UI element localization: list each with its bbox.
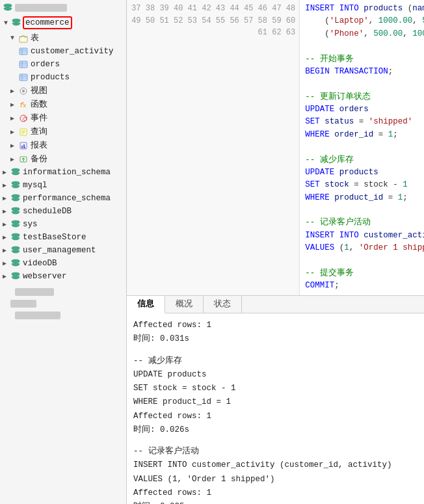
- expand-arrow-queries: ▶: [10, 128, 17, 136]
- blurred-bottom-2: [0, 298, 126, 309]
- database-icon-user-mgmt: [10, 245, 21, 256]
- user-management-label: user_management: [23, 246, 96, 255]
- expand-arrow-info-schema: ▶: [3, 168, 9, 176]
- sidebar-item-webserver[interactable]: ▶ webserver: [0, 270, 126, 283]
- expand-arrow-ecommerce: ▼: [4, 20, 10, 27]
- sidebar-item-queries[interactable]: ▶ 查询: [0, 125, 126, 139]
- products-label: products: [31, 73, 70, 82]
- backup-icon: [18, 154, 29, 165]
- expand-arrow-perf-schema: ▶: [3, 194, 9, 202]
- orders-label: orders: [31, 60, 60, 69]
- database-icon-info-schema: [10, 167, 21, 178]
- result-section-orders: Affected rows: 1 时间: 0.031s: [133, 319, 417, 347]
- expand-arrow-mysql: ▶: [3, 181, 9, 189]
- queries-label: 查询: [31, 126, 47, 137]
- svg-rect-28: [24, 147, 25, 148]
- expand-arrow-views: ▶: [10, 87, 17, 95]
- views-label: 视图: [31, 85, 47, 96]
- expand-arrow-backup: ▶: [10, 155, 17, 163]
- result-panel: 信息 概况 状态 Affected rows: 1 时间: 0.031s -- …: [127, 296, 424, 504]
- expand-arrow-functions: ▶: [10, 101, 17, 109]
- database-icon-webserver: [10, 271, 21, 282]
- code-editor[interactable]: 37 38 39 40 41 42 43 44 45 46 47 48 49 5…: [127, 0, 424, 296]
- expand-arrow-reports: ▶: [10, 142, 17, 150]
- svg-text:x: x: [23, 103, 26, 109]
- time-activity: 时间: 0.025s: [133, 500, 417, 504]
- sql-set-stock: SET stock = stock - 1: [133, 382, 417, 395]
- sidebar-item-mysql[interactable]: ▶ mysql: [0, 179, 126, 192]
- table-icon-products: [18, 72, 29, 83]
- expand-arrow-videodb: ▶: [3, 259, 9, 267]
- information-schema-label: information_schema: [23, 168, 111, 177]
- expand-arrow-events: ▶: [10, 114, 17, 122]
- blurred-label-bottom-1: [15, 288, 54, 296]
- sql-values-activity: VALUES (1, 'Order 1 shipped'): [133, 473, 417, 486]
- database-icon-mysql: [10, 180, 21, 191]
- reports-label: 报表: [31, 140, 47, 151]
- events-icon: ⏱: [18, 113, 29, 124]
- customer-activity-label: customer_activity: [31, 47, 114, 56]
- expand-arrow-sys: ▶: [3, 220, 9, 228]
- functions-label: 函数: [31, 99, 47, 110]
- folder-icon-tables: [18, 33, 29, 44]
- database-icon-ecommerce: [12, 18, 21, 27]
- svg-rect-3: [20, 48, 27, 55]
- tab-info[interactable]: 信息: [127, 296, 165, 313]
- comment-products: -- 减少库存: [133, 354, 417, 368]
- views-icon: [18, 86, 29, 96]
- database-icon-videodb: [10, 258, 21, 269]
- sidebar-item-scheduledb[interactable]: ▶ scheduleDB: [0, 205, 126, 218]
- sidebar-item-customer-activity[interactable]: customer_activity: [0, 45, 126, 58]
- svg-point-16: [22, 90, 25, 92]
- blurred-bottom-3: [0, 309, 126, 322]
- sidebar-item-backup[interactable]: ▶ 备份: [0, 152, 126, 166]
- database-icon-perf-schema: [10, 193, 21, 204]
- videodb-label: videoDB: [23, 259, 57, 268]
- scheduledb-label: scheduleDB: [23, 207, 72, 216]
- expand-arrow-user-mgmt: ▶: [3, 246, 9, 254]
- sidebar-item-videodb[interactable]: ▶ videoDB: [0, 257, 126, 270]
- blurred-icon-bottom-3: [3, 310, 13, 321]
- ecommerce-label: ecommerce: [23, 16, 72, 29]
- blurred-label-1: [15, 4, 67, 12]
- sidebar-item-ecommerce[interactable]: ▼ ecommerce: [1, 15, 125, 31]
- sidebar-item-tables[interactable]: ▼ 表: [0, 31, 126, 45]
- sidebar-item-sys[interactable]: ▶ sys: [0, 218, 126, 231]
- sql-where-product: WHERE product_id = 1: [133, 395, 417, 409]
- expand-arrow-tables: ▼: [10, 34, 17, 42]
- sidebar-item-views[interactable]: ▶ 视图: [0, 84, 126, 98]
- result-tabs: 信息 概况 状态: [127, 296, 424, 313]
- result-section-activity: -- 记录客户活动 INSERT INTO customer_activity …: [133, 445, 417, 504]
- expand-arrow-scheduledb: ▶: [3, 207, 9, 215]
- sidebar-item-orders[interactable]: orders: [0, 58, 126, 71]
- sidebar-item-events[interactable]: ▶ ⏱ 事件: [0, 111, 126, 125]
- sidebar-item-products[interactable]: products: [0, 71, 126, 84]
- expand-arrow-webserver: ▶: [3, 272, 9, 280]
- events-label: 事件: [31, 113, 47, 124]
- performance-schema-label: performance_schema: [23, 194, 111, 203]
- affected-rows-products: Affected rows: 1: [133, 410, 417, 423]
- sidebar-item-testbasestore[interactable]: ▶ testBaseStore: [0, 231, 126, 244]
- affected-rows-activity: Affected rows: 1: [133, 486, 417, 500]
- sql-insert-activity: INSERT INTO customer_activity (customer_…: [133, 458, 417, 472]
- tab-overview[interactable]: 概况: [165, 296, 204, 313]
- sidebar-item-functions[interactable]: ▶ f x 函数: [0, 98, 126, 111]
- testbasestore-label: testBaseStore: [23, 233, 86, 242]
- mysql-label: mysql: [23, 181, 47, 190]
- blurred-bottom-1: [0, 285, 126, 298]
- blurred-icon-bottom-1: [3, 287, 13, 297]
- sidebar-item-user-management[interactable]: ▶ user_management: [0, 244, 126, 257]
- sidebar: ▼ ecommerce ▼ 表: [0, 0, 127, 504]
- code-content[interactable]: INSERT INTO products (name, price, stock…: [300, 0, 424, 295]
- svg-rect-11: [20, 74, 27, 81]
- reports-icon: [18, 140, 29, 151]
- sidebar-item-performance-schema[interactable]: ▶ performance_schema: [0, 192, 126, 205]
- comment-activity: -- 记录客户活动: [133, 445, 417, 458]
- table-icon-customer-activity: [18, 46, 29, 57]
- sidebar-item-reports[interactable]: ▶ 报表: [0, 139, 126, 152]
- sidebar-item-information-schema[interactable]: ▶ information_schema: [0, 166, 126, 179]
- database-icon-sys: [10, 219, 21, 230]
- svg-text:⏱: ⏱: [22, 116, 28, 123]
- sql-update-products: UPDATE products: [133, 368, 417, 382]
- tab-status[interactable]: 状态: [204, 296, 242, 313]
